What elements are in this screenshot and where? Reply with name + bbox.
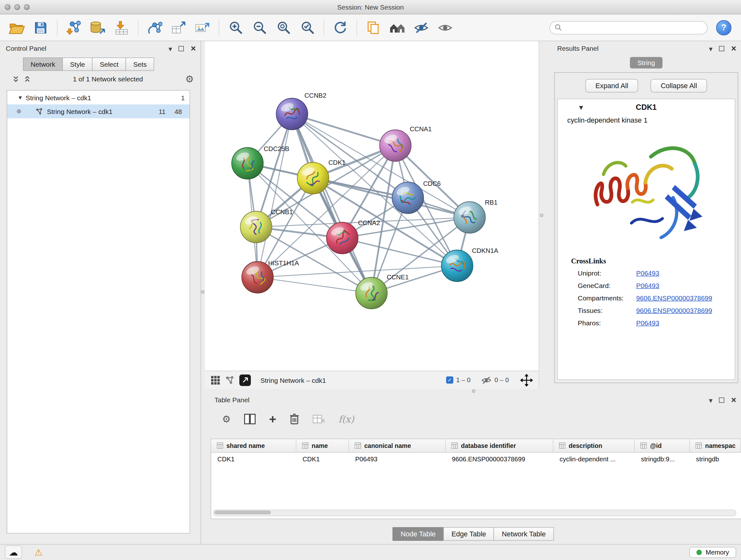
apply-layout-button[interactable]: [329, 17, 351, 39]
node-CDKN1A[interactable]: [441, 250, 473, 282]
memory-button[interactable]: Memory: [689, 547, 736, 558]
panel-float-icon[interactable]: [719, 46, 725, 51]
home-button[interactable]: [387, 17, 408, 39]
network-row-selected[interactable]: String Network – cdk1 11 48: [7, 105, 190, 118]
tab-edge-table[interactable]: Edge Table: [443, 527, 494, 541]
collapse-all-tree-icon[interactable]: [24, 76, 30, 82]
genecard-link[interactable]: P06493: [636, 282, 659, 289]
right-splitter[interactable]: [539, 41, 552, 389]
network-collection-row[interactable]: ▾ String Network – cdk1 1: [7, 91, 190, 105]
tab-style[interactable]: Style: [63, 57, 93, 71]
network-share-icon[interactable]: [225, 375, 234, 385]
zoom-in-button[interactable]: [225, 17, 247, 39]
left-splitter[interactable]: [201, 41, 205, 389]
tissues-link[interactable]: 9606.ENSP00000378699: [636, 307, 712, 314]
column-header[interactable]: namespac: [690, 439, 741, 452]
show-columns-icon[interactable]: [244, 414, 256, 424]
panel-close-icon[interactable]: ×: [191, 44, 196, 53]
tab-select[interactable]: Select: [92, 57, 126, 71]
node-RB1[interactable]: [454, 202, 485, 233]
import-table-button[interactable]: [111, 17, 133, 39]
panel-collapse-icon[interactable]: ▾: [169, 45, 172, 52]
zoom-out-button[interactable]: [249, 17, 271, 39]
delete-column-trash-icon[interactable]: [290, 414, 299, 425]
selected-checkbox-icon[interactable]: ✓: [446, 376, 454, 384]
panel-collapse-icon[interactable]: ▾: [709, 45, 712, 52]
expand-all-tree-icon[interactable]: [12, 76, 19, 82]
results-panel: Results Panel ▾ × String Expand All Coll…: [551, 41, 741, 389]
warning-icon[interactable]: ⚠: [35, 548, 43, 557]
column-header[interactable]: @id: [635, 439, 690, 452]
show-graphics-details-button[interactable]: [434, 17, 456, 39]
new-network-button[interactable]: [144, 17, 165, 39]
node-CCNB2[interactable]: [276, 98, 308, 130]
maximize-window-button[interactable]: [24, 4, 30, 10]
birds-eye-view-icon[interactable]: [211, 375, 220, 385]
pan-crosshair-icon[interactable]: [521, 374, 533, 386]
column-header[interactable]: description: [553, 439, 635, 452]
panel-float-icon[interactable]: [719, 397, 725, 402]
node-CDC25B[interactable]: [232, 147, 263, 179]
import-network-database-button[interactable]: [87, 17, 109, 39]
search-input[interactable]: [565, 23, 702, 32]
column-header[interactable]: name: [296, 439, 349, 452]
edge-CCNB2-CCNA1[interactable]: [292, 114, 395, 145]
network-canvas[interactable]: CCNB2CCNA1CDC25BCDK1CDC6RB1CCNB1CCNA2CDK…: [205, 41, 539, 371]
column-header[interactable]: canonical name: [349, 439, 446, 452]
hide-unhide-button[interactable]: [410, 17, 432, 39]
export-image-button[interactable]: [192, 17, 213, 39]
node-CCNE1[interactable]: [356, 277, 387, 309]
network-from-selection-button[interactable]: [167, 17, 190, 39]
panel-float-icon[interactable]: [179, 46, 184, 51]
panel-collapse-icon[interactable]: ▾: [709, 396, 712, 403]
edge-CCNB2-CCNE1[interactable]: [292, 114, 372, 293]
compartments-link[interactable]: 9606.ENSP00000378699: [636, 294, 712, 302]
table-row[interactable]: CDK1 CDK1 P06493 9606.ENSP00000378699 cy…: [211, 453, 741, 466]
function-builder-button[interactable]: f(x): [339, 414, 354, 424]
collapse-all-button[interactable]: Collapse All: [651, 79, 707, 92]
node-CDC6[interactable]: [392, 182, 424, 213]
close-window-button[interactable]: [5, 4, 10, 10]
node-CCNA1[interactable]: [380, 130, 411, 162]
pharos-link[interactable]: P06493: [636, 319, 659, 327]
node-CDK1[interactable]: [297, 163, 329, 194]
edge-CDK1-RB1[interactable]: [313, 178, 470, 217]
column-header[interactable]: shared name: [211, 439, 296, 452]
edge-CCNB2-HIST1H1A[interactable]: [258, 114, 292, 277]
help-button[interactable]: ?: [716, 20, 731, 35]
export-network-button[interactable]: [239, 374, 251, 386]
node-CCNA2[interactable]: [327, 222, 358, 254]
splitter-handle[interactable]: [540, 213, 543, 217]
tab-network-table[interactable]: Network Table: [494, 527, 554, 541]
panel-close-icon[interactable]: ×: [731, 44, 736, 53]
horizontal-splitter[interactable]: [205, 389, 741, 394]
uniprot-link[interactable]: P06493: [636, 269, 659, 277]
gear-icon[interactable]: ⚙: [185, 74, 194, 84]
node-CCNB1[interactable]: [240, 211, 272, 243]
zoom-selected-button[interactable]: [296, 17, 319, 39]
disclosure-triangle-icon[interactable]: ▾: [19, 94, 22, 101]
import-network-file-button[interactable]: [63, 17, 85, 39]
table-settings-gear-icon[interactable]: ⚙: [222, 415, 231, 424]
open-session-button[interactable]: [6, 17, 28, 39]
section-disclosure-icon[interactable]: ▼: [578, 104, 585, 111]
splitter-handle[interactable]: [472, 389, 475, 393]
cloud-button[interactable]: ☁: [5, 546, 22, 559]
tab-node-table[interactable]: Node Table: [393, 527, 444, 541]
scrollbar-thumb[interactable]: [214, 510, 271, 514]
horizontal-scrollbar[interactable]: [213, 509, 737, 516]
expand-all-button[interactable]: Expand All: [585, 79, 638, 92]
zoom-fit-button[interactable]: [273, 17, 294, 39]
tab-network[interactable]: Network: [23, 57, 63, 71]
copy-button[interactable]: [362, 17, 385, 39]
add-column-icon[interactable]: +: [269, 413, 276, 425]
string-tab[interactable]: String: [630, 57, 663, 69]
panel-close-icon[interactable]: ×: [731, 395, 736, 404]
column-header[interactable]: database identifier: [446, 439, 554, 452]
edge-HIST1H1A-CCNE1[interactable]: [258, 277, 372, 294]
splitter-handle[interactable]: [201, 290, 205, 294]
column-type-icon: [355, 442, 361, 449]
save-session-button[interactable]: [30, 17, 52, 39]
minimize-window-button[interactable]: [14, 4, 20, 10]
tab-sets[interactable]: Sets: [126, 57, 154, 71]
